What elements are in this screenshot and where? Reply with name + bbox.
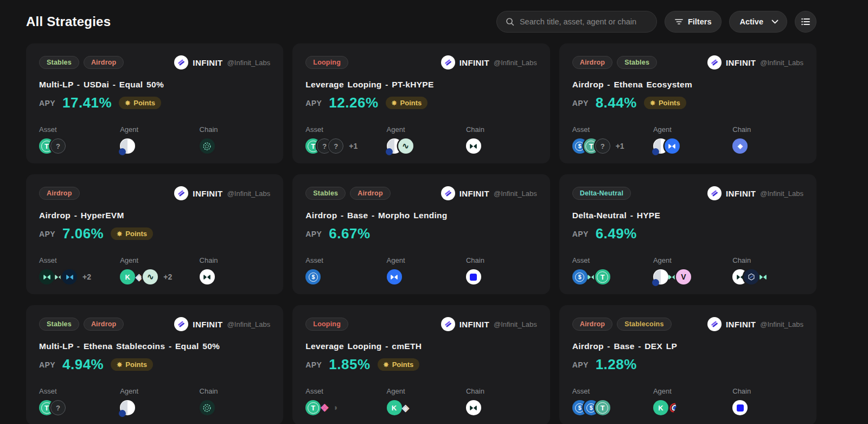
- infinit-logo-icon: [707, 186, 722, 200]
- card-header: StablesAirdrop INFINIT @Infinit_Labs: [39, 55, 270, 69]
- token-columns: Asset $T?+1 Agent Chain ◆: [572, 125, 803, 154]
- asset-label: Asset: [305, 125, 386, 134]
- hype-mark-icon: [755, 269, 770, 284]
- apy-label: APY: [39, 230, 55, 238]
- token-columns: Asset $ T Agent V Chain: [572, 256, 803, 284]
- more-count: +1: [349, 142, 358, 150]
- strategy-title: Airdrop - Ethena Ecosystem: [572, 80, 803, 90]
- chain-icons: ◆: [732, 138, 803, 154]
- agent-column: Agent: [387, 256, 466, 284]
- agent-label: Agent: [120, 256, 199, 264]
- infinit-logo-icon: [441, 317, 455, 331]
- strategy-card[interactable]: AirdropStablecoins INFINIT @Infinit_Labs…: [559, 305, 816, 424]
- apy-row: APY 7.06% ✸ Points: [39, 225, 270, 242]
- search-input[interactable]: [520, 17, 648, 26]
- points-star-icon: ✸: [384, 362, 389, 368]
- author-handle: @Infinit_Labs: [760, 59, 803, 67]
- card-header: AirdropStables INFINIT @Infinit_Labs: [572, 55, 803, 69]
- strategy-card[interactable]: Looping INFINIT @Infinit_Labs Leverage L…: [292, 43, 550, 163]
- author-name: INFINIT: [726, 189, 756, 198]
- chain-column: Chain: [200, 125, 271, 154]
- agent-icons: K: [653, 400, 732, 415]
- apy-label: APY: [572, 230, 589, 238]
- strategy-title: Airdrop - HyperEVM: [39, 211, 270, 220]
- chain-icons: [200, 138, 271, 154]
- tag-stables: Stables: [39, 318, 79, 331]
- asset-column: Asset +2: [39, 256, 120, 284]
- strategy-card[interactable]: Delta-Neutral INFINIT @Infinit_Labs Delt…: [559, 174, 816, 294]
- unknown-token-icon: ?: [595, 138, 610, 154]
- hyperevm-chain-icon: [200, 400, 215, 415]
- chain-column: Chain: [732, 256, 803, 284]
- author-name: INFINIT: [726, 320, 756, 329]
- token-columns: Asset T❖◗ Agent K◈ Chain: [305, 387, 537, 415]
- unknown-token-icon: ?: [50, 400, 66, 415]
- hyperevm-chain-icon: [200, 138, 215, 154]
- asset-column: Asset T?: [39, 387, 120, 415]
- cards-grid: StablesAirdrop INFINIT @Infinit_Labs Mul…: [0, 40, 868, 424]
- agent-column: Agent V: [653, 256, 732, 284]
- wave-agent-icon: ∿: [143, 269, 158, 284]
- asset-column: Asset $ T: [572, 256, 653, 284]
- agent-column: Agent ∿: [387, 125, 466, 154]
- filter-icon: [675, 18, 683, 25]
- agent-label: Agent: [387, 387, 466, 395]
- search-bar[interactable]: [496, 11, 657, 33]
- author-handle: @Infinit_Labs: [227, 189, 271, 198]
- author-handle: @Infinit_Labs: [494, 189, 537, 198]
- morpho-agent-icon: [387, 269, 402, 284]
- strategy-card[interactable]: StablesAirdrop INFINIT @Infinit_Labs Mul…: [26, 43, 283, 163]
- more-count: +1: [616, 142, 624, 150]
- author-handle: @Infinit_Labs: [494, 59, 537, 67]
- strategy-title: Airdrop - Base - DEX LP: [572, 341, 803, 351]
- agent-column: Agent K◈∿+2: [120, 256, 199, 284]
- header-controls: Filters Active: [496, 11, 816, 33]
- strategy-card[interactable]: StablesAirdrop INFINIT @Infinit_Labs Air…: [292, 174, 550, 294]
- points-label: Points: [133, 99, 155, 107]
- token-columns: Asset T??+1 Agent ∿ Chain: [305, 125, 537, 154]
- infinit-logo-icon: [441, 55, 455, 69]
- tag-airdrop: Airdrop: [84, 318, 124, 331]
- points-badge: ✸ Points: [111, 227, 153, 240]
- agent-pie-icon: [120, 138, 135, 154]
- asset-column: Asset T??+1: [305, 125, 386, 154]
- apy-row: APY 1.85% ✸ Points: [305, 356, 537, 373]
- token-columns: Asset +2 Agent K◈∿+2 Chain: [39, 256, 270, 284]
- author: INFINIT @Infinit_Labs: [174, 317, 270, 331]
- tag-stables: Stables: [617, 56, 657, 69]
- apy-label: APY: [305, 360, 322, 369]
- author-name: INFINIT: [193, 58, 222, 67]
- filters-button[interactable]: Filters: [665, 11, 722, 33]
- card-header: Airdrop INFINIT @Infinit_Labs: [39, 186, 270, 200]
- strategy-card[interactable]: Airdrop INFINIT @Infinit_Labs Airdrop - …: [26, 174, 283, 294]
- strategy-title: Multi-LP - USDai - Equal 50%: [39, 80, 270, 90]
- active-label: Active: [739, 17, 763, 26]
- asset-icons: T?: [39, 400, 120, 415]
- list-icon: [801, 18, 810, 26]
- chain-column: Chain: [466, 125, 537, 154]
- chevron-down-icon: [771, 20, 778, 24]
- apy-label: APY: [39, 99, 55, 107]
- agent-label: Agent: [653, 387, 732, 395]
- apy-row: APY 6.49%: [572, 225, 803, 242]
- tag-stables: Stables: [305, 187, 346, 200]
- active-filter-dropdown[interactable]: Active: [729, 11, 787, 33]
- author: INFINIT @Infinit_Labs: [441, 317, 537, 331]
- points-label: Points: [392, 360, 414, 369]
- author: INFINIT @Infinit_Labs: [441, 55, 537, 69]
- strategy-card[interactable]: AirdropStables INFINIT @Infinit_Labs Air…: [559, 43, 816, 163]
- tag-list: Looping: [305, 318, 348, 331]
- chain-label: Chain: [200, 125, 271, 134]
- tag-list: Delta-Neutral: [572, 187, 631, 200]
- apy-value: 12.26%: [329, 94, 378, 111]
- agent-icons: ∿: [387, 138, 466, 154]
- agent-label: Agent: [387, 256, 466, 264]
- strategy-title: Leverage Looping - PT-kHYPE: [305, 80, 537, 90]
- strategy-card[interactable]: Looping INFINIT @Infinit_Labs Leverage L…: [292, 305, 550, 424]
- tag-stables: Stables: [39, 56, 79, 69]
- agent-column: Agent K◈: [387, 387, 466, 415]
- chain-label: Chain: [732, 387, 803, 395]
- view-toggle-button[interactable]: [795, 11, 816, 33]
- page-title: All Strategies: [26, 14, 111, 29]
- strategy-card[interactable]: StablesAirdrop INFINIT @Infinit_Labs Mul…: [26, 305, 283, 424]
